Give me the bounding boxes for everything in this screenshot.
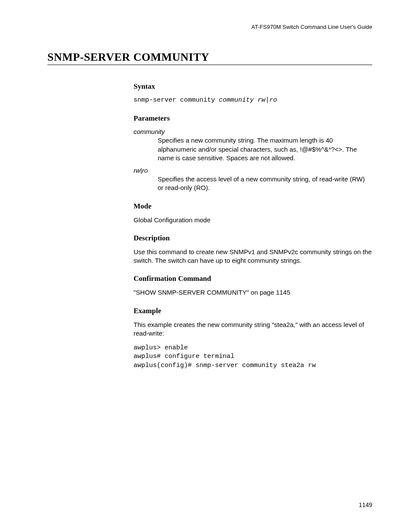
page-number: 1149 — [359, 501, 372, 508]
param-desc-community: Specifies a new community string. The ma… — [158, 136, 372, 162]
confirmation-text: "SHOW SNMP-SERVER COMMUNITY" on page 114… — [134, 288, 372, 297]
syntax-prefix: snmp-server community — [134, 96, 219, 104]
description-text: Use this command to create new SNMPv1 an… — [134, 248, 372, 265]
example-code: awplus> enable awplus# configure termina… — [134, 344, 372, 370]
mode-text: Global Configuration mode — [134, 216, 372, 224]
description-heading: Description — [134, 234, 372, 243]
running-header: AT-FS970M Switch Command Line User's Gui… — [47, 24, 372, 30]
param-name-rwro: rw|ro — [134, 167, 372, 174]
parameters-heading: Parameters — [134, 114, 372, 123]
syntax-heading: Syntax — [134, 82, 372, 91]
page-title: SNMP-SERVER COMMUNITY — [47, 51, 372, 65]
confirmation-heading: Confirmation Command — [134, 274, 372, 283]
syntax-command: snmp-server community community rw|ro — [134, 96, 372, 105]
example-intro: This example creates the new community s… — [134, 320, 372, 338]
page-container: AT-FS970M Switch Command Line User's Gui… — [0, 0, 411, 532]
param-desc-rwro: Specifies the access level of a new comm… — [158, 175, 372, 193]
content-block: Syntax snmp-server community community r… — [134, 82, 372, 370]
mode-heading: Mode — [134, 202, 372, 211]
syntax-args: community rw|ro — [219, 96, 277, 104]
param-name-community: community — [134, 128, 372, 135]
example-heading: Example — [134, 307, 372, 315]
